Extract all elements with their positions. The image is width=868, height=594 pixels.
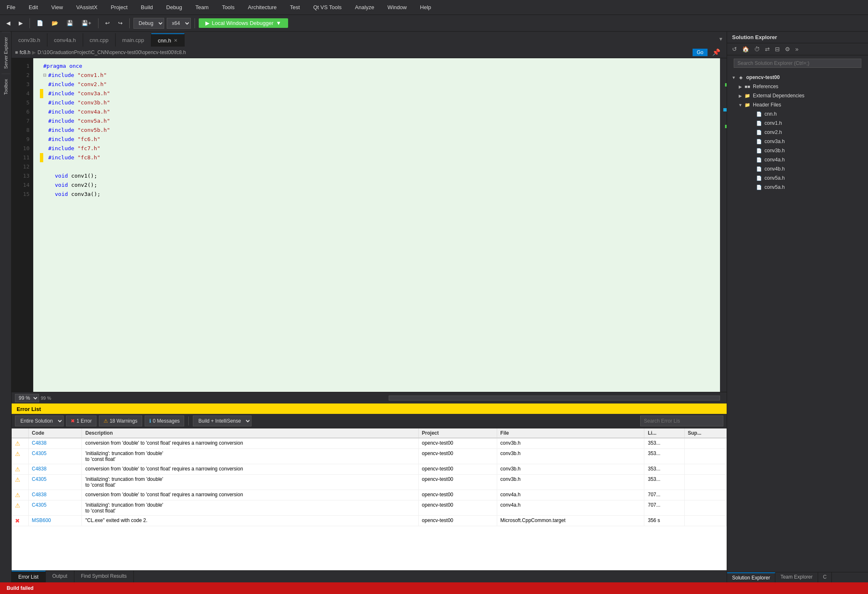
menu-analyze[interactable]: Analyze <box>352 2 377 12</box>
tree-file-conv3ah[interactable]: 📄 conv3a.h <box>727 137 868 146</box>
home-btn[interactable]: 🏠 <box>740 45 751 53</box>
tree-file-conv4bh[interactable]: 📄 conv4b.h <box>727 164 868 173</box>
table-row[interactable]: ✖ MSB600 "CL.exe" exited with code 2. op… <box>12 516 727 526</box>
minimap[interactable] <box>720 58 727 392</box>
references-arrow[interactable] <box>737 84 744 89</box>
menu-window[interactable]: Window <box>384 2 410 12</box>
properties-btn[interactable]: ⚙ <box>783 45 792 53</box>
menu-team[interactable]: Team <box>192 2 212 12</box>
tree-root[interactable]: ◈ opencv-test00 <box>727 73 868 82</box>
tab-find-symbol-results[interactable]: Find Symbol Results <box>74 571 134 582</box>
error-code-link[interactable]: C4305 <box>32 476 47 482</box>
server-explorer-tab[interactable]: Server Explorer <box>2 32 10 74</box>
tab-conv3b[interactable]: conv3b.h <box>12 33 47 47</box>
table-row[interactable]: ⚠ C4305 'initializing': truncation from … <box>12 449 727 464</box>
menu-qtvstools[interactable]: Qt VS Tools <box>310 2 345 12</box>
save-all-btn[interactable]: 💾+ <box>79 18 94 28</box>
scope-filter-dropdown[interactable]: Entire Solution <box>15 416 64 426</box>
save-btn[interactable]: 💾 <box>64 18 76 28</box>
tab-error-list[interactable]: Error List <box>12 571 46 582</box>
tree-file-cnnh[interactable]: 📄 cnn.h <box>727 109 868 119</box>
more-btn[interactable]: » <box>794 45 800 53</box>
error-code-link[interactable]: C4838 <box>32 466 47 472</box>
collapse-all-btn[interactable]: ⊟ <box>773 45 782 53</box>
toolbox-tab[interactable]: Toolbox <box>2 74 10 100</box>
tree-references[interactable]: ■■ References <box>727 82 868 91</box>
solution-explorer-title: Solution Explorer <box>727 32 868 43</box>
col-line[interactable]: Li... <box>644 428 684 438</box>
tree-file-conv3bh[interactable]: 📄 conv3b.h <box>727 146 868 155</box>
menu-tools[interactable]: Tools <box>219 2 238 12</box>
table-row[interactable]: ⚠ C4305 'initializing': truncation from … <box>12 475 727 490</box>
search-error-list-input[interactable] <box>640 416 723 426</box>
history-btn[interactable]: ⏱ <box>752 45 762 53</box>
table-row[interactable]: ⚠ C4838 conversion from 'double' to 'con… <box>12 464 727 475</box>
go-button[interactable]: Go <box>693 49 708 56</box>
error-code-link[interactable]: C4305 <box>32 502 47 508</box>
sync-btn[interactable]: ⇄ <box>763 45 772 53</box>
warning-count-btn[interactable]: ⚠ 18 Warnings <box>99 416 142 426</box>
tab-maincpp[interactable]: main.cpp <box>116 33 151 47</box>
menu-debug[interactable]: Debug <box>163 2 185 12</box>
col-code[interactable]: Code <box>28 428 82 438</box>
tree-file-conv2h[interactable]: 📄 conv2.h <box>727 128 868 137</box>
platform-dropdown[interactable]: x64 <box>167 18 191 29</box>
error-code-link[interactable]: MSB600 <box>32 517 51 523</box>
menu-test[interactable]: Test <box>287 2 303 12</box>
col-description[interactable]: Description <box>82 428 419 438</box>
tree-file-more[interactable]: 📄 conv5a.h <box>727 183 868 192</box>
tree-file-conv1h[interactable]: 📄 conv1.h <box>727 119 868 128</box>
root-arrow[interactable] <box>730 75 737 80</box>
other-tab-btn[interactable]: C <box>818 572 832 582</box>
tree-header-files[interactable]: 📁 Header Files <box>727 100 868 109</box>
refresh-btn[interactable]: ↺ <box>730 45 739 53</box>
tab-close-btn[interactable]: ✕ <box>174 38 178 43</box>
solution-explorer-tab-btn[interactable]: Solution Explorer <box>727 572 775 582</box>
tab-output[interactable]: Output <box>46 571 74 582</box>
team-explorer-tab-btn[interactable]: Team Explorer <box>775 572 818 582</box>
tab-cnncpp[interactable]: cnn.cpp <box>83 33 116 47</box>
status-bar: Build failed <box>0 582 868 594</box>
start-debugging-btn[interactable]: ▶ Local Windows Debugger ▼ <box>199 18 288 28</box>
table-row[interactable]: ⚠ C4838 conversion from 'double' to 'con… <box>12 490 727 500</box>
pin-btn[interactable]: 📌 <box>709 47 723 58</box>
new-btn[interactable]: 📄 <box>34 18 46 28</box>
menu-architecture[interactable]: Architecture <box>244 2 280 12</box>
table-row[interactable]: ⚠ C4838 conversion from 'double' to 'con… <box>12 438 727 449</box>
tab-cnnh[interactable]: cnn.h ✕ <box>151 33 185 47</box>
menu-view[interactable]: View <box>48 2 66 12</box>
menu-project[interactable]: Project <box>107 2 131 12</box>
menu-file[interactable]: File <box>3 2 19 12</box>
undo-btn[interactable]: ↩ <box>102 18 113 28</box>
forward-btn[interactable]: ▶ <box>16 18 26 28</box>
redo-btn[interactable]: ↪ <box>115 18 126 28</box>
solution-explorer-search[interactable] <box>734 59 861 68</box>
message-count-btn[interactable]: ℹ 0 Messages <box>145 416 185 426</box>
tab-dropdown-btn[interactable]: ▼ <box>715 36 727 42</box>
error-count-btn[interactable]: ✖ 1 Error <box>66 416 96 426</box>
table-row[interactable]: ⚠ C4305 'initializing': truncation from … <box>12 500 727 516</box>
zoom-select[interactable]: 99 % <box>15 394 39 402</box>
headerfiles-arrow[interactable] <box>737 103 744 107</box>
extdeps-arrow[interactable] <box>737 94 744 98</box>
build-filter-dropdown[interactable]: Build + IntelliSense <box>193 416 252 426</box>
open-btn[interactable]: 📂 <box>49 18 61 28</box>
config-dropdown[interactable]: Debug <box>133 18 164 29</box>
back-btn[interactable]: ◀ <box>3 18 13 28</box>
menu-help[interactable]: Help <box>417 2 434 12</box>
tree-file-conv4ah[interactable]: 📄 conv4a.h <box>727 155 868 164</box>
col-file[interactable]: File <box>497 428 644 438</box>
col-project[interactable]: Project <box>418 428 497 438</box>
tree-external-deps[interactable]: 📁 External Dependencies <box>727 91 868 100</box>
tab-conv4a[interactable]: conv4a.h <box>47 33 83 47</box>
col-suppress[interactable]: Sup... <box>684 428 726 438</box>
tree-file-conv5ah[interactable]: 📄 conv5a.h <box>727 173 868 183</box>
menu-vassistx[interactable]: VAssistX <box>73 2 101 12</box>
error-code-link[interactable]: C4305 <box>32 450 47 456</box>
menu-edit[interactable]: Edit <box>25 2 41 12</box>
error-code-link[interactable]: C4838 <box>32 440 47 446</box>
code-editor[interactable]: #pragma once ⊟#include "conv1.h" #includ… <box>33 58 720 392</box>
menu-build[interactable]: Build <box>138 2 156 12</box>
path-input[interactable] <box>37 50 691 55</box>
error-code-link[interactable]: C4838 <box>32 492 47 497</box>
